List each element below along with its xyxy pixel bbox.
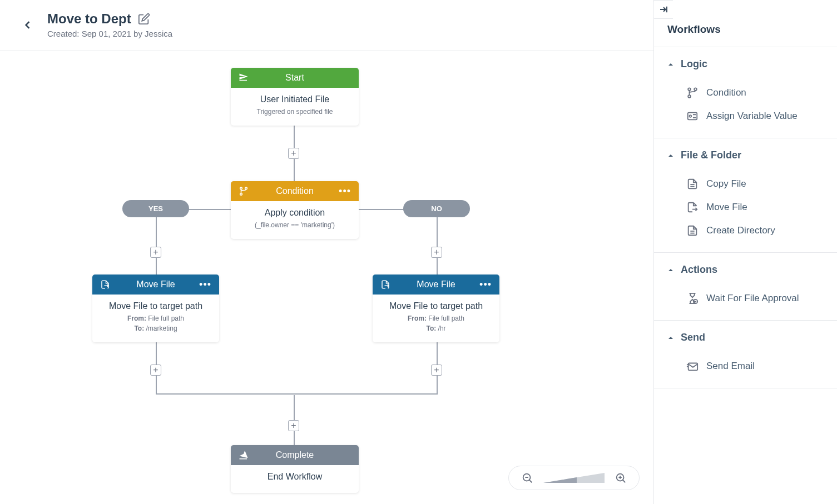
svg-point-2: [240, 193, 242, 195]
start-title: Start: [239, 73, 351, 83]
file-icon: [686, 224, 699, 237]
item-create-directory[interactable]: Create Directory: [654, 219, 837, 242]
start-desc: User Initiated File: [239, 94, 351, 104]
move-right-desc: Move File to target path: [380, 301, 492, 311]
svg-marker-14: [668, 63, 673, 66]
back-icon[interactable]: [22, 19, 33, 31]
svg-line-9: [623, 480, 626, 483]
node-menu-icon[interactable]: •••: [199, 279, 211, 291]
section-header-send[interactable]: Send: [654, 321, 837, 355]
add-node-button[interactable]: [431, 247, 442, 258]
node-menu-icon[interactable]: •••: [479, 279, 492, 291]
section-header-actions[interactable]: Actions: [654, 253, 837, 287]
move-file-left-node[interactable]: Move File ••• Move File to target path F…: [92, 275, 219, 342]
zoom-in-icon[interactable]: [615, 472, 627, 484]
item-copy-file[interactable]: Copy File: [654, 172, 837, 196]
section-file-folder: File & Folder Copy File Move File Create…: [654, 138, 837, 253]
yes-pill: YES: [122, 200, 189, 217]
caret-up-icon: [667, 335, 674, 341]
start-node[interactable]: Start User Initiated File Triggered on s…: [231, 68, 359, 126]
page-title: Move to Dept: [47, 11, 131, 27]
svg-point-3: [245, 187, 247, 189]
item-send-email[interactable]: Send Email: [654, 355, 837, 378]
branch-icon: [239, 186, 249, 196]
variable-icon: [686, 110, 699, 122]
item-condition[interactable]: Condition: [654, 81, 837, 104]
section-header-logic[interactable]: Logic: [654, 47, 837, 81]
to-value: /marketing: [146, 325, 177, 332]
add-node-button[interactable]: [150, 365, 161, 376]
svg-point-16: [688, 95, 691, 98]
sidebar: Workflows Logic Condition Assign Variabl…: [653, 0, 837, 504]
complete-node[interactable]: Complete End Workflow: [231, 445, 359, 493]
complete-header: Complete: [231, 445, 359, 465]
title-block: Move to Dept Created: Sep 01, 2021 by Je…: [47, 11, 172, 38]
workflow-canvas[interactable]: Start User Initiated File Triggered on s…: [0, 48, 653, 504]
from-value: File full path: [428, 315, 464, 322]
item-wait-approval[interactable]: Wait For File Approval: [654, 287, 837, 310]
to-label: To:: [426, 325, 436, 332]
item-assign-variable[interactable]: Assign Variable Value: [654, 104, 837, 128]
header-left: Move to Dept Created: Sep 01, 2021 by Je…: [22, 11, 172, 38]
move-right-title: Move File: [380, 280, 492, 290]
node-menu-icon[interactable]: •••: [339, 186, 351, 197]
section-title: Send: [681, 332, 705, 343]
item-label: Wait For File Approval: [706, 293, 799, 304]
section-header-file[interactable]: File & Folder: [654, 138, 837, 172]
svg-point-17: [694, 88, 697, 91]
item-label: Move File: [706, 202, 747, 213]
condition-body: Apply condition (_file.owner == 'marketi…: [231, 201, 359, 239]
svg-marker-25: [668, 269, 673, 271]
complete-body: End Workflow: [231, 465, 359, 493]
move-right-body: Move File to target path From: File full…: [373, 295, 499, 342]
condition-node[interactable]: Condition ••• Apply condition (_file.own…: [231, 181, 359, 239]
item-move-file[interactable]: Move File: [654, 196, 837, 219]
condition-desc: Apply condition: [239, 208, 351, 218]
zoom-out-icon[interactable]: [521, 472, 533, 484]
mail-icon: [686, 360, 699, 372]
caret-up-icon: [667, 267, 674, 273]
svg-point-15: [688, 88, 691, 91]
plane-icon: [239, 73, 249, 83]
item-label: Condition: [706, 87, 746, 98]
zoom-control: [508, 466, 640, 490]
wire: [437, 209, 438, 275]
move-left-desc: Move File to target path: [100, 301, 211, 311]
section-actions: Actions Wait For File Approval: [654, 253, 837, 321]
svg-line-6: [529, 480, 532, 483]
from-value: File full path: [148, 315, 184, 322]
condition-title: Condition: [239, 186, 351, 196]
from-label: From:: [127, 315, 146, 322]
hourglass-icon: [686, 292, 699, 305]
caret-up-icon: [667, 152, 674, 159]
move-right-detail: From: File full path To: /hr: [380, 313, 492, 333]
add-node-button[interactable]: [150, 247, 161, 258]
zoom-slider[interactable]: [543, 473, 605, 483]
start-body: User Initiated File Triggered on specifi…: [231, 88, 359, 126]
item-label: Send Email: [706, 361, 755, 372]
sidebar-title: Workflows: [654, 0, 837, 47]
svg-rect-4: [240, 458, 247, 460]
from-label: From:: [408, 315, 427, 322]
collapse-icon: [658, 4, 668, 14]
page-subtitle: Created: Sep 01, 2021 by Jessica: [47, 29, 172, 38]
no-pill: NO: [403, 200, 470, 217]
section-logic: Logic Condition Assign Variable Value: [654, 47, 837, 138]
add-node-button[interactable]: [431, 365, 442, 376]
to-label: To:: [134, 325, 144, 332]
add-node-button[interactable]: [288, 420, 299, 431]
section-title: Logic: [681, 58, 707, 70]
to-value: /hr: [438, 325, 446, 332]
item-label: Copy File: [706, 178, 746, 189]
edit-icon[interactable]: [138, 13, 150, 25]
add-node-button[interactable]: [288, 148, 299, 159]
svg-point-19: [690, 115, 692, 117]
svg-marker-27: [668, 337, 673, 339]
move-left-title: Move File: [100, 280, 211, 290]
complete-title: Complete: [239, 450, 351, 460]
start-detail: Triggered on specified file: [239, 107, 351, 117]
move-left-detail: From: File full path To: /marketing: [100, 313, 211, 333]
sidebar-collapse-button[interactable]: [653, 0, 673, 19]
wire: [156, 393, 438, 395]
move-file-right-node[interactable]: Move File ••• Move File to target path F…: [373, 275, 499, 342]
